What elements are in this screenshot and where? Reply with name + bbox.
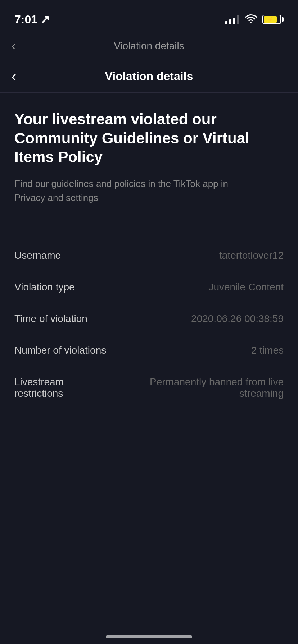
detail-row: Time of violation2020.06.26 00:38:59 [14,303,284,335]
nav-title-main: Violation details [105,70,193,83]
detail-label-2: Time of violation [14,313,87,325]
wifi-icon [245,14,257,25]
content-area: Your livestream violated our Community G… [0,93,298,409]
status-time: 7:01 ↗ [14,13,50,26]
divider [14,222,284,222]
main-heading: Your livestream violated our Community G… [14,110,284,167]
detail-row: Livestream restrictionsPermanently banne… [14,366,284,409]
home-indicator [106,635,192,638]
battery-icon: ⚡ [262,15,284,24]
back-button-main[interactable]: ‹ [12,68,16,84]
detail-label-4: Livestream restrictions [14,376,108,399]
sub-text-link[interactable]: Privacy and settings [14,192,98,203]
status-bar: 7:01 ↗ ⚡ [0,0,298,32]
nav-bar-thin: ‹ Violation details [0,32,298,60]
signal-icon [225,15,239,24]
detail-value-1: Juvenile Content [75,281,284,293]
detail-label-1: Violation type [14,281,75,293]
detail-value-3: 2 times [106,345,284,356]
detail-row: Violation typeJuvenile Content [14,271,284,303]
detail-row: Usernametatertotlover12 [14,240,284,271]
detail-row: Number of violations2 times [14,335,284,366]
sub-text: Find our guidelines and policies in the … [14,177,284,205]
back-button-thin[interactable]: ‹ [12,38,16,54]
time-text: 7:01 [14,13,37,26]
detail-value-2: 2020.06.26 00:38:59 [87,313,284,325]
detail-rows: Usernametatertotlover12Violation typeJuv… [14,240,284,409]
detail-value-0: tatertotlover12 [61,250,284,261]
status-icons: ⚡ [225,14,284,25]
nav-bar-main: ‹ Violation details [0,60,298,93]
detail-label-3: Number of violations [14,345,106,356]
detail-label-0: Username [14,250,61,261]
nav-title-thin: Violation details [114,40,184,52]
location-icon: ↗ [40,13,50,26]
sub-text-1: Find our guidelines and policies in the … [14,178,228,189]
detail-value-4: Permanently banned from live streaming [108,376,284,399]
